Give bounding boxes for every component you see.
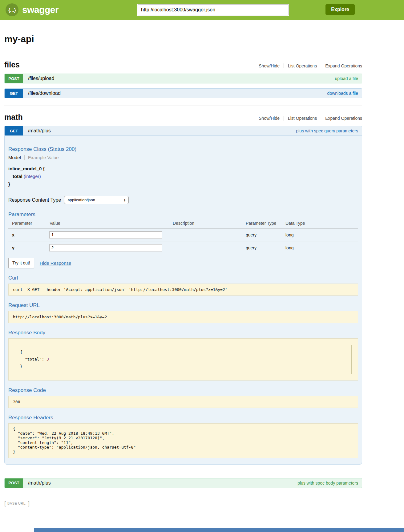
spec-url-input[interactable] (138, 4, 289, 15)
parameter-y-input[interactable] (50, 244, 162, 251)
math-section-title: math (4, 113, 23, 122)
response-code-value: 200 (8, 396, 358, 408)
json-key: "total": (20, 357, 46, 361)
footer-close-bracket: ] (28, 500, 30, 507)
files-section-controls: Show/Hide List Operations Expand Operati… (255, 63, 362, 68)
expand-operations-link[interactable]: Expand Operations (321, 116, 362, 121)
column-header-parameter-type: Parameter Type (246, 219, 285, 228)
base-url-footer: [ BASE URL: ] (4, 500, 362, 507)
math-section-controls: Show/Hide List Operations Expand Operati… (255, 116, 362, 121)
operation-row-files-download[interactable]: GET /files/download downloads a file (4, 88, 362, 98)
operation-row-math-plus-get[interactable]: GET /math/plus plus with spec query para… (4, 126, 362, 136)
model-closing-brace: } (8, 180, 358, 188)
parameter-type: query (246, 241, 285, 254)
parameter-data-type: long (285, 228, 358, 241)
column-header-parameter: Parameter (8, 219, 50, 228)
parameter-x-input[interactable] (50, 231, 162, 238)
parameter-type: query (246, 228, 285, 241)
explore-button[interactable]: Explore (325, 4, 355, 15)
operation-path: /math/plus (28, 128, 51, 134)
response-body-box: { "total": 3 } (8, 338, 358, 380)
operation-summary-link[interactable]: downloads a file (327, 91, 358, 96)
list-operations-link[interactable]: List Operations (284, 116, 321, 121)
operation-summary-link[interactable]: upload a file (335, 76, 358, 81)
operation-detail-panel: Response Class (Status 200) Model Exampl… (4, 136, 362, 465)
section-math: math Show/Hide List Operations Expand Op… (4, 113, 362, 488)
parameter-row-x: x query long (8, 228, 358, 241)
base-url-label: BASE URL: (7, 502, 26, 505)
bottom-partial-bar (34, 528, 404, 532)
response-headers-json: { "date": "Wed, 22 Aug 2018 18:49:13 GMT… (8, 423, 358, 458)
section-divider (4, 106, 362, 106)
show-hide-link[interactable]: Show/Hide (255, 116, 284, 121)
response-content-type-select[interactable]: application/json ▲▼ (64, 196, 129, 204)
parameter-description (173, 241, 246, 254)
parameter-description (173, 228, 246, 241)
parameter-data-type: long (285, 241, 358, 254)
column-header-description: Description (173, 219, 246, 228)
api-title: my-api (4, 34, 362, 44)
footer-open-bracket: [ (4, 500, 6, 507)
brand-title: swagger (22, 5, 59, 15)
parameter-name: x (8, 228, 50, 241)
response-headers-heading: Response Headers (8, 415, 358, 421)
get-method-badge: GET (5, 89, 23, 98)
json-open-brace: { (20, 350, 22, 354)
operation-summary-link[interactable]: plus with spec query parameters (296, 128, 358, 133)
operation-path: /math/plus (28, 480, 51, 486)
curl-command: curl -X GET --header 'Accept: applicatio… (8, 284, 358, 296)
column-header-data-type: Data Type (285, 219, 358, 228)
operation-row-files-upload[interactable]: POST /files/upload upload a file (4, 74, 362, 83)
response-body-json: { "total": 3 } (15, 345, 352, 374)
tab-model[interactable]: Model (8, 155, 25, 160)
json-close-brace: } (20, 364, 22, 369)
swagger-header: {…} swagger Explore (0, 0, 404, 20)
operation-row-math-plus-post[interactable]: POST /math/plus plus with spec body para… (4, 478, 362, 488)
try-it-out-button[interactable]: Try it out! (8, 258, 34, 268)
parameters-table: Parameter Value Description Parameter Ty… (8, 219, 358, 254)
select-arrows-icon: ▲▼ (123, 199, 126, 202)
show-hide-link[interactable]: Show/Hide (255, 63, 284, 68)
post-method-badge: POST (5, 478, 23, 488)
model-tabs: Model Example Value (8, 155, 358, 160)
hide-response-link[interactable]: Hide Response (40, 260, 71, 266)
tab-example-value[interactable]: Example Value (25, 155, 59, 160)
files-section-title: files (4, 60, 20, 69)
request-url-value: http://localhost:3000/math/plus?x=1&y=2 (8, 311, 358, 323)
model-property-name: total (13, 174, 22, 179)
swagger-logo: {…} swagger (6, 3, 59, 16)
model-declaration: inline_model_0 { (8, 165, 358, 173)
operation-math-plus-get: GET /math/plus plus with spec query para… (4, 126, 362, 465)
response-body-heading: Response Body (8, 330, 358, 336)
get-method-badge: GET (5, 126, 23, 135)
request-url-heading: Request URL (8, 302, 358, 308)
expand-operations-link[interactable]: Expand Operations (321, 63, 362, 68)
swagger-logo-icon: {…} (6, 3, 18, 16)
post-method-badge: POST (5, 74, 23, 83)
model-property-type: (integer) (24, 174, 41, 179)
main-content: my-api files Show/Hide List Operations E… (4, 34, 362, 507)
json-value: 3 (46, 357, 49, 361)
response-content-type-value: application/json (67, 198, 95, 202)
section-files: files Show/Hide List Operations Expand O… (4, 60, 362, 98)
operation-path: /files/download (28, 91, 61, 96)
list-operations-link[interactable]: List Operations (284, 63, 321, 68)
response-class-heading: Response Class (Status 200) (8, 146, 358, 152)
model-signature: inline_model_0 { total (integer) } (8, 165, 358, 188)
response-code-heading: Response Code (8, 387, 358, 393)
parameter-name: y (8, 241, 50, 254)
response-content-type-label: Response Content Type (8, 197, 61, 203)
parameters-heading: Parameters (8, 212, 358, 218)
column-header-value: Value (50, 219, 173, 228)
parameter-row-y: y query long (8, 241, 358, 254)
operation-summary-link[interactable]: plus with spec body parameters (297, 481, 358, 486)
curl-heading: Curl (8, 275, 358, 281)
operation-path: /files/upload (28, 76, 54, 81)
